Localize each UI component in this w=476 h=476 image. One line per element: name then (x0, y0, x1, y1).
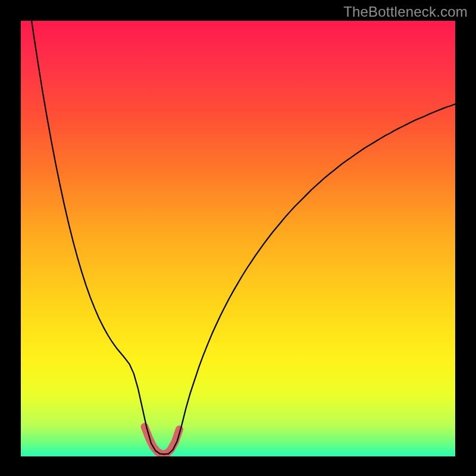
chart-frame: TheBottleneck.com (0, 0, 476, 476)
plot-area (21, 21, 455, 456)
watermark-text: TheBottleneck.com (343, 4, 468, 20)
chart-svg (21, 21, 455, 456)
gradient-background (21, 21, 455, 456)
